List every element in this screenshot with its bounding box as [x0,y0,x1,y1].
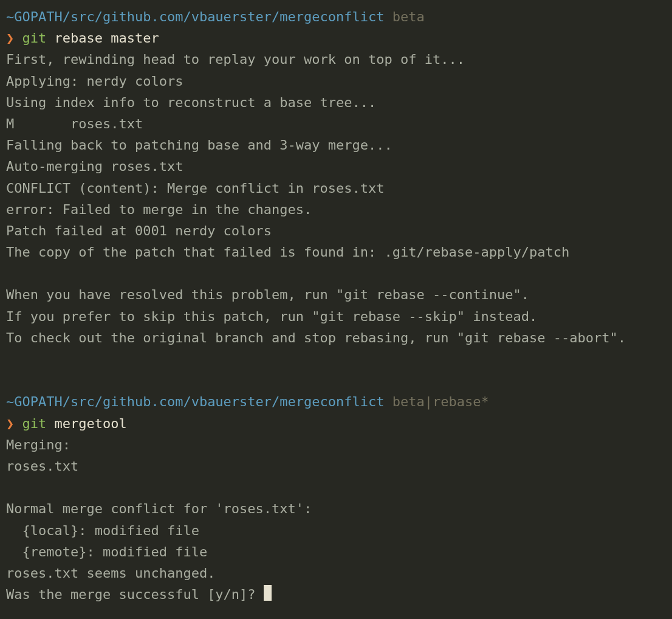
output-line: Merging: [6,434,666,455]
git-args: mergetool [55,416,127,431]
output-line: {local}: modified file [6,520,666,541]
output-line: If you prefer to skip this patch, run "g… [6,306,666,327]
prompt-input-line[interactable]: Was the merge successful [y/n]? [6,584,666,605]
merge-question: Was the merge successful [y/n]? [6,587,264,602]
prompt-line-2: ~GOPATH/src/github.com/vbauerster/mergec… [6,391,666,412]
prompt-line-1: ~GOPATH/src/github.com/vbauerster/mergec… [6,6,666,27]
output-line: roses.txt seems unchanged. [6,562,666,584]
output-line: Using index info to reconstruct a base t… [6,92,666,113]
output-line: {remote}: modified file [6,541,666,562]
output-line: First, rewinding head to replay your wor… [6,49,666,70]
output-line: Auto-merging roses.txt [6,156,666,177]
output-line: Normal merge conflict for 'roses.txt': [6,498,666,519]
git-branch: beta|rebase* [393,394,489,409]
blank-line [6,477,666,498]
output-line: The copy of the patch that failed is fou… [6,241,666,263]
git-args: rebase master [55,30,159,46]
output-line: To check out the original branch and sto… [6,327,666,348]
output-line: M roses.txt [6,113,666,134]
output-line: Falling back to patching base and 3-way … [6,134,666,156]
cwd-path: ~GOPATH/src/github.com/vbauerster/mergec… [6,394,385,409]
cursor-icon [264,585,272,601]
output-line: CONFLICT (content): Merge conflict in ro… [6,178,666,199]
prompt-chevron-icon: ❯ [6,30,14,46]
git-command: git [22,416,47,431]
cwd-path: ~GOPATH/src/github.com/vbauerster/mergec… [6,9,385,24]
output-line: Applying: nerdy colors [6,71,666,92]
blank-line [6,348,666,370]
output-line: error: Failed to merge in the changes. [6,199,666,220]
git-command: git [22,30,47,46]
git-branch: beta [393,9,425,24]
blank-line [6,370,666,391]
command-line-2: ❯ git mergetool [6,413,666,434]
terminal[interactable]: ~GOPATH/src/github.com/vbauerster/mergec… [6,6,666,605]
output-line: Patch failed at 0001 nerdy colors [6,220,666,241]
blank-line [6,263,666,284]
prompt-chevron-icon: ❯ [6,416,14,431]
output-line: roses.txt [6,455,666,477]
output-line: When you have resolved this problem, run… [6,284,666,305]
command-line-1: ❯ git rebase master [6,27,666,49]
